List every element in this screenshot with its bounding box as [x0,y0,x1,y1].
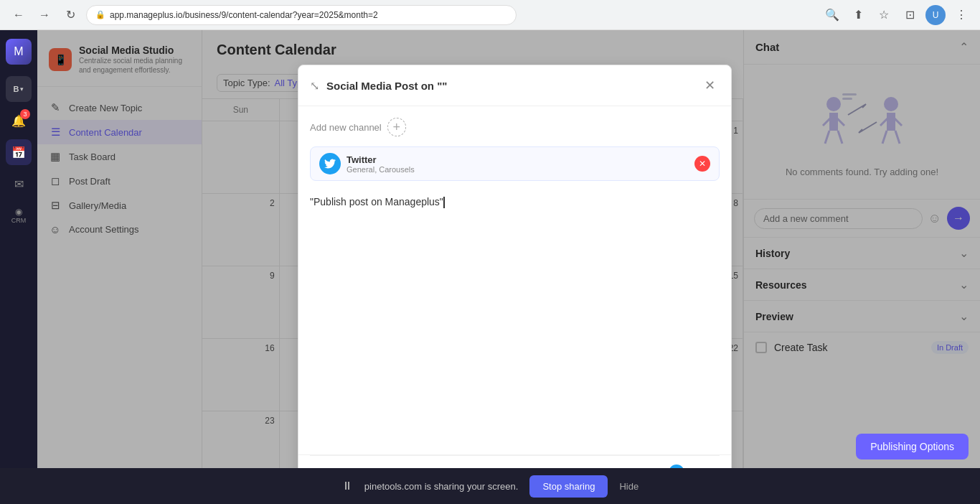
browser-chrome: ← → ↻ 🔒 app.manageplus.io/business/9/con… [0,0,980,30]
screen-share-text: pinetools.com is sharing your screen. [364,481,519,492]
forward-button[interactable]: → [34,5,55,25]
screen-share-banner: ⏸ pinetools.com is sharing your screen. … [0,468,980,504]
modal-header: ⤡ Social Media Post on "" ✕ [298,65,731,106]
stop-sharing-button[interactable]: Stop sharing [529,475,608,498]
sidebar-icon-crm[interactable]: ◉ CRM [6,202,32,228]
twitter-channel-icon [319,153,341,174]
channel-name: Twitter [347,154,415,165]
profile-avatar[interactable]: U [925,5,946,25]
channel-info: Twitter General, Carousels [347,154,415,174]
reload-button[interactable]: ↻ [60,5,80,25]
menu-icon[interactable]: ⋮ [951,5,971,25]
channel-type: General, Carousels [347,165,415,174]
post-content-area[interactable]: "Publish post on Manageplus" [310,191,720,378]
back-button[interactable]: ← [9,5,29,25]
expand-icon[interactable]: ⤡ [310,79,319,93]
pause-icon: ⏸ [341,480,353,493]
sidebar-icon-board[interactable]: B ▾ [6,76,32,102]
channel-remove-button[interactable]: ✕ [694,156,710,172]
add-channel-text: Add new channel [310,122,382,133]
icon-sidebar: M B ▾ 🔔 3 📅 ✉ ◉ CRM U [0,30,37,504]
sidebar-icon-calendar[interactable]: 📅 [6,139,32,165]
sidebar-icon-bell[interactable]: 🔔 3 [6,108,32,134]
post-text-content: "Publish post on Manageplus" [310,196,443,207]
share-icon[interactable]: ⬆ [848,5,868,25]
app-logo[interactable]: M [6,39,32,65]
search-icon[interactable]: 🔍 [822,5,842,25]
extensions-icon[interactable]: ⊡ [900,5,920,25]
channel-tag: Twitter General, Carousels ✕ [310,146,720,181]
url-text: app.manageplus.io/business/9/content-cal… [110,10,378,20]
add-channel-row: Add new channel + [310,118,720,136]
modal-close-button[interactable]: ✕ [699,75,720,95]
sidebar-icon-mail[interactable]: ✉ [6,171,32,197]
browser-actions: 🔍 ⬆ ☆ ⊡ U ⋮ [822,5,971,25]
notification-badge: 3 [20,109,30,119]
hide-banner-button[interactable]: Hide [619,481,639,492]
publishing-options-button[interactable]: Publishing Options [856,434,969,459]
post-modal: ⤡ Social Media Post on "" ✕ Add new chan… [298,65,732,504]
bookmark-icon[interactable]: ☆ [874,5,894,25]
text-cursor [443,197,445,208]
add-channel-button[interactable]: + [387,118,406,136]
post-text: "Publish post on Manageplus" [310,191,720,213]
modal-body: Add new channel + Twitter General, Carou… [298,106,731,454]
address-bar[interactable]: 🔒 app.manageplus.io/business/9/content-c… [86,5,517,25]
modal-title: Social Media Post on "" [326,80,699,92]
